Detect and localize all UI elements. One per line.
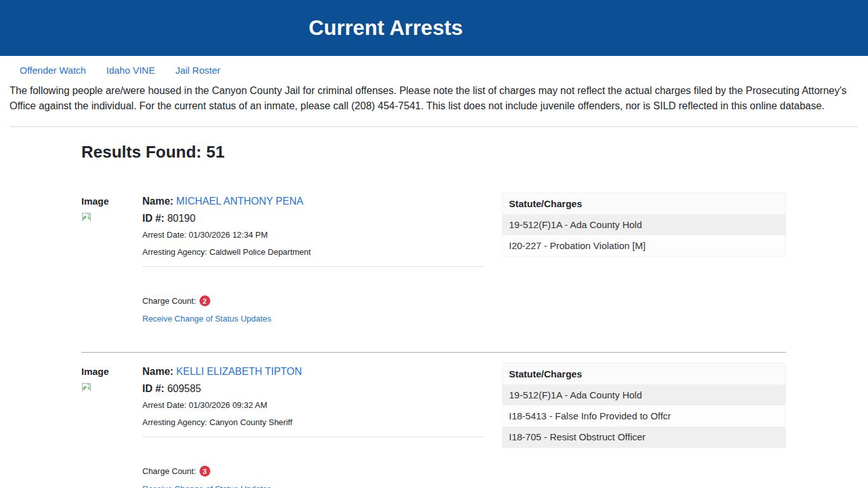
charge-count-line: Charge Count: 3 [142, 466, 484, 477]
broken-image-icon [81, 383, 93, 393]
nav-link-idaho-vine[interactable]: Idaho VINE [106, 65, 155, 76]
name-line: Name: MICHAEL ANTHONY PENA [142, 196, 484, 207]
charge-row: 19-512(F)1A - Ada County Hold [503, 384, 786, 405]
record-details-column: Name: KELLI ELIZABETH TIPTON ID #: 60958… [142, 363, 502, 488]
inmate-name-link[interactable]: KELLI ELIZABETH TIPTON [176, 366, 302, 377]
charges-table-header: Statute/Charges [503, 193, 786, 215]
page-divider [10, 126, 858, 127]
id-label: ID #: [142, 213, 165, 224]
inmate-name-link[interactable]: MICHAEL ANTHONY PENA [176, 196, 303, 207]
details-divider [142, 437, 484, 437]
inmate-id: 609585 [167, 383, 201, 394]
image-label: Image [81, 366, 142, 377]
arrest-date: Arrest Date: 01/30/2026 12:34 PM [142, 230, 484, 240]
charge-row: 19-512(F)1A - Ada County Hold [503, 214, 786, 235]
charge-cell: I20-227 - Probation Violation [M] [503, 235, 786, 257]
arresting-agency: Arresting Agency: Caldwell Police Depart… [142, 247, 484, 257]
results-container: Results Found: 51 Image Name: MICHAEL AN… [81, 142, 786, 488]
charge-row: I18-5413 - False Info Provided to Offcr [503, 405, 786, 426]
image-label: Image [81, 196, 142, 207]
id-line: ID #: 609585 [142, 383, 484, 395]
record-image-column: Image [81, 193, 142, 222]
record-details-column: Name: MICHAEL ANTHONY PENA ID #: 80190 A… [142, 193, 502, 324]
arrest-date: Arrest Date: 01/30/2026 09:32 AM [142, 400, 484, 410]
charge-count-line: Charge Count: 2 [142, 295, 484, 306]
results-heading: Results Found: 51 [81, 142, 786, 162]
broken-image-icon [81, 212, 93, 222]
record-charges-column: Statute/Charges 19-512(F)1A - Ada County… [502, 193, 786, 257]
status-updates-link[interactable]: Receive Change of Status Updates [142, 314, 271, 323]
page-header: Current Arrests [0, 0, 868, 56]
charge-cell: 19-512(F)1A - Ada County Hold [503, 384, 786, 405]
charges-table: Statute/Charges 19-512(F)1A - Ada County… [502, 363, 786, 448]
charge-cell: I18-5413 - False Info Provided to Offcr [503, 405, 786, 426]
charge-count-badge: 2 [200, 295, 210, 306]
charges-table: Statute/Charges 19-512(F)1A - Ada County… [502, 193, 786, 257]
charge-count-badge: 3 [200, 466, 210, 477]
name-line: Name: KELLI ELIZABETH TIPTON [142, 366, 484, 377]
details-divider [142, 266, 484, 267]
inmate-id: 80190 [167, 213, 196, 224]
charges-table-header: Statute/Charges [503, 363, 786, 385]
arrest-record: Image Name: MICHAEL ANTHONY PENA ID #: 8… [81, 193, 786, 324]
record-image-column: Image [81, 363, 142, 393]
nav-link-offender-watch[interactable]: Offender Watch [20, 65, 86, 76]
name-label: Name: [142, 196, 173, 207]
record-charges-column: Statute/Charges 19-512(F)1A - Ada County… [502, 363, 786, 448]
status-updates-link[interactable]: Receive Change of Status Updates [142, 484, 271, 488]
nav-link-jail-roster[interactable]: Jail Roster [175, 65, 220, 76]
id-line: ID #: 80190 [142, 213, 484, 224]
charge-count-label: Charge Count: [142, 296, 196, 306]
id-label: ID #: [142, 383, 165, 394]
charge-row: I20-227 - Probation Violation [M] [503, 235, 786, 257]
charge-count-label: Charge Count: [142, 466, 196, 476]
charge-cell: I18-705 - Resist Obstruct Officer [503, 426, 786, 448]
arrest-record: Image Name: KELLI ELIZABETH TIPTON ID #:… [81, 363, 786, 488]
charge-row: I18-705 - Resist Obstruct Officer [503, 426, 786, 448]
charge-cell: 19-512(F)1A - Ada County Hold [503, 214, 786, 235]
name-label: Name: [142, 366, 173, 377]
intro-text: The following people are/were housed in … [10, 83, 858, 114]
arresting-agency: Arresting Agency: Canyon County Sheriff [142, 417, 484, 427]
page-title: Current Arrests [0, 16, 771, 40]
record-divider [81, 352, 786, 353]
top-nav: Offender Watch Idaho VINE Jail Roster [0, 56, 868, 76]
